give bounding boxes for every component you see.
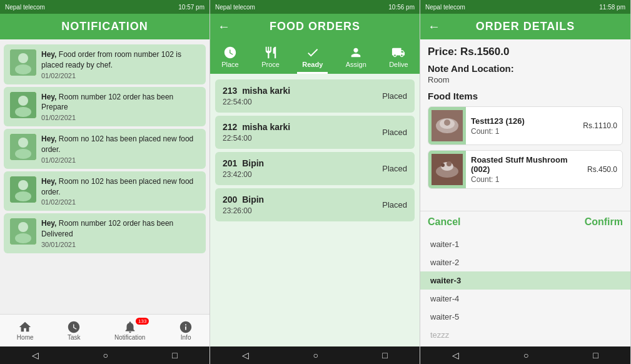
food-orders-header: ← FOOD ORDERS	[210, 14, 420, 39]
tab-assign[interactable]: Assign	[341, 43, 371, 74]
status-bar-3: Nepal telecom 11:58 pm	[420, 0, 630, 14]
tab-place-label: Place	[221, 61, 239, 68]
food-item-count-1: Count: 1	[471, 127, 578, 136]
order-details-content: Price: Rs.1560.0 Note And Location: Room…	[420, 39, 630, 211]
order-card-201[interactable]: 201 Bipin 23:42:00 Placed	[215, 152, 415, 185]
notification-text-4: Hey, Room no 102 has been placed new foo…	[41, 176, 199, 206]
waiter-item-1[interactable]: waiter-1	[420, 235, 630, 253]
nav-info-label: Info	[181, 334, 191, 341]
nav-home[interactable]: Home	[12, 319, 39, 342]
order-time-200: 23:26:00	[223, 206, 264, 215]
food-item-card-1: Testt123 (126) Count: 1 Rs.1110.0	[428, 106, 623, 145]
orders-list: 213 misha karki 22:54:00 Placed 212 mish…	[210, 74, 420, 346]
food-items-label: Food Items	[428, 91, 623, 101]
order-status-201: Placed	[382, 164, 407, 173]
list-item[interactable]: Hey, Room no 102 has been placed new foo…	[4, 129, 206, 169]
time-1: 10:57 pm	[178, 4, 204, 11]
list-item[interactable]: Hey, Room number 102 order has been Prep…	[4, 87, 206, 127]
cancel-button[interactable]: Cancel	[428, 216, 460, 228]
order-title-201: 201 Bipin	[223, 158, 264, 168]
back-button-3[interactable]: ←	[428, 19, 440, 34]
waiter-item-5[interactable]: waiter-5	[420, 308, 630, 326]
nav-info[interactable]: Info	[174, 319, 198, 342]
recents-icon-2[interactable]: □	[382, 350, 387, 360]
food-item-price-1: Rs.1110.0	[583, 121, 622, 130]
tab-deliver[interactable]: Delive	[384, 43, 413, 74]
notification-text-1: Hey, Food order from room number 102 is …	[41, 49, 199, 79]
list-item[interactable]: Hey, Room no 102 has been placed new foo…	[4, 171, 206, 211]
action-buttons: Cancel Confirm	[420, 211, 630, 233]
status-bar-left-1: Nepal telecom	[5, 4, 45, 11]
waiter-item-4[interactable]: waiter-4	[420, 290, 630, 308]
tab-place[interactable]: Place	[216, 43, 244, 74]
waiter-item-tezzz[interactable]: tezzz	[420, 326, 630, 344]
svg-point-4	[18, 96, 28, 106]
order-info-200: 200 Bipin 23:26:00	[223, 195, 264, 215]
recents-icon-3[interactable]: □	[593, 350, 598, 360]
bottom-nav-1: Home Task 133 Notification Info	[0, 314, 209, 346]
tabs-row: Place Proce Ready Assign Delive	[210, 39, 420, 74]
svg-point-22	[441, 163, 445, 167]
avatar	[10, 176, 36, 203]
waiter-item-3[interactable]: waiter-3	[420, 271, 630, 290]
status-bar-right-2: 10:56 pm	[388, 4, 415, 11]
order-card-213[interactable]: 213 misha karki 22:54:00 Placed	[215, 79, 415, 113]
android-nav-3: ◁ ○ □	[420, 346, 630, 364]
msg-bold-4: Hey,	[41, 177, 56, 186]
food-item-img-1	[428, 107, 466, 144]
back-icon-2[interactable]: ◁	[242, 350, 249, 360]
home-icon-2[interactable]: ○	[313, 350, 318, 360]
list-item[interactable]: Hey, Room number 102 order has been Deli…	[4, 213, 206, 253]
food-orders-panel: Nepal telecom 10:56 pm ← FOOD ORDERS Pla…	[210, 0, 420, 364]
svg-point-18	[444, 119, 450, 126]
order-title-213: 213 misha karki	[223, 86, 290, 96]
msg-bold-1: Hey,	[41, 50, 56, 59]
note-label: Note And Location:	[428, 63, 623, 74]
notif-date-1: 01/02/2021	[41, 72, 199, 79]
svg-point-1	[18, 53, 28, 63]
status-bar-left-3: Nepal telecom	[425, 4, 465, 11]
time-3: 11:58 pm	[599, 4, 625, 11]
android-nav-1: ◁ ○ □	[0, 346, 209, 364]
notif-date-5: 30/01/2021	[41, 241, 199, 248]
waiter-list: waiter-1 waiter-2 waiter-3 waiter-4 wait…	[420, 233, 630, 346]
msg-body-5: Room number 102 order has been Delivered	[41, 219, 173, 238]
back-button[interactable]: ←	[218, 19, 230, 34]
order-info-212: 212 misha karki 22:54:00	[223, 122, 290, 143]
waiter-item-2[interactable]: waiter-2	[420, 253, 630, 271]
food-item-details-2: Roasted Stuff Mushroom (002) Count: 1	[466, 151, 587, 188]
svg-point-13	[18, 222, 28, 232]
tab-ready[interactable]: Ready	[297, 43, 328, 74]
list-item[interactable]: Hey, Food order from room number 102 is …	[4, 44, 206, 84]
back-icon-3[interactable]: ◁	[452, 350, 459, 360]
notification-header: NOTIFICATION	[0, 14, 209, 39]
nav-task[interactable]: Task	[62, 319, 86, 342]
order-time-212: 22:54:00	[223, 134, 290, 143]
avatar	[10, 134, 36, 160]
home-icon-3[interactable]: ○	[523, 350, 528, 360]
home-icon[interactable]: ○	[103, 350, 108, 360]
msg-bold-2: Hey,	[41, 93, 56, 101]
notification-panel: Nepal telecom 10:57 pm NOTIFICATION Hey,…	[0, 0, 210, 364]
nav-notification[interactable]: 133 Notification	[109, 319, 150, 342]
order-info-213: 213 misha karki 22:54:00	[223, 86, 290, 106]
order-card-200[interactable]: 200 Bipin 23:26:00 Placed	[215, 188, 415, 221]
food-orders-title: FOOD ORDERS	[270, 20, 360, 33]
nav-notification-label: Notification	[114, 334, 145, 341]
order-card-212[interactable]: 212 misha karki 22:54:00 Placed	[215, 116, 415, 149]
status-bar-right-3: 11:58 pm	[599, 4, 625, 11]
back-icon[interactable]: ◁	[32, 350, 39, 360]
notification-title: NOTIFICATION	[61, 20, 148, 33]
svg-point-14	[15, 233, 31, 243]
tab-deliver-label: Delive	[389, 61, 408, 68]
food-item-img-2	[428, 151, 466, 188]
tab-process[interactable]: Proce	[256, 43, 285, 74]
msg-body-2: Room number 102 order has been Prepare	[41, 93, 173, 112]
confirm-button[interactable]: Confirm	[585, 216, 623, 228]
msg-bold-5: Hey,	[41, 219, 56, 228]
notif-date-2: 01/02/2021	[41, 114, 199, 121]
recents-icon[interactable]: □	[172, 350, 177, 360]
android-nav-2: ◁ ○ □	[210, 346, 420, 364]
order-title-200: 200 Bipin	[223, 195, 264, 205]
nav-task-label: Task	[68, 334, 81, 341]
